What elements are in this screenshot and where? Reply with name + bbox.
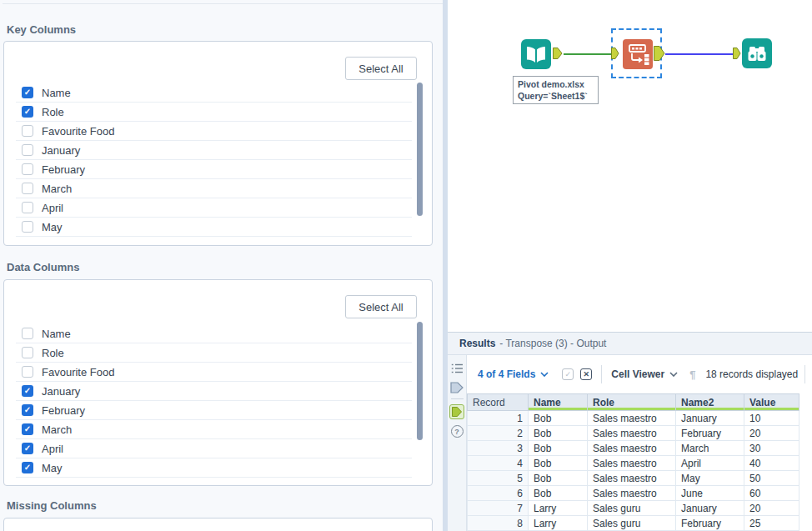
column-row[interactable]: Role: [16, 343, 412, 363]
data-cell: Bob: [529, 426, 588, 441]
binoculars-icon: [742, 38, 772, 68]
column-row[interactable]: ✓May: [16, 458, 412, 478]
checkbox-unchecked[interactable]: [22, 183, 33, 194]
checkbox-unchecked[interactable]: [22, 221, 33, 233]
checkbox-checked[interactable]: ✓: [22, 423, 33, 435]
column-label: January: [42, 385, 80, 398]
table-row[interactable]: 2BobSales maestroFebruary20: [468, 426, 799, 441]
data-cell: 10: [744, 411, 799, 426]
data-cell: Sales maestro: [588, 411, 676, 426]
cancel-x-icon[interactable]: ✕: [580, 368, 592, 380]
column-row[interactable]: ✓Name: [16, 83, 412, 103]
key-list-scrollbar[interactable]: [417, 83, 423, 216]
transpose-output-anchor[interactable]: [654, 46, 665, 61]
cell-viewer-dropdown[interactable]: Cell Viewer: [611, 368, 678, 380]
key-select-all-button[interactable]: Select All: [345, 57, 417, 80]
transpose-input-anchor[interactable]: [611, 48, 619, 59]
fields-dropdown[interactable]: 4 of 4 Fields: [478, 368, 549, 380]
checkbox-checked[interactable]: ✓: [22, 87, 33, 98]
checkbox-unchecked[interactable]: [22, 144, 33, 156]
table-row[interactable]: 6BobSales maestroJune60: [468, 486, 799, 501]
data-cell: Sales maestro: [588, 426, 676, 441]
data-cell: Sales maestro: [588, 471, 676, 486]
fields-dropdown-label: 4 of 4 Fields: [478, 368, 535, 380]
checkbox-checked[interactable]: ✓: [22, 385, 33, 397]
tool-annotation[interactable]: Pivot demo.xlsx Query=`Sheet1$`: [513, 76, 599, 104]
column-row[interactable]: Name: [16, 324, 412, 343]
browse-input-anchor[interactable]: [733, 48, 741, 59]
results-toolbar: 4 of 4 Fields ✓ ✕ Cell Viewer ¶ 18 recor…: [467, 355, 812, 393]
column-row[interactable]: ✓February: [16, 401, 412, 420]
results-header: Results - Transpose (3) - Output: [448, 333, 812, 355]
record-cell: 8: [468, 516, 529, 531]
column-row[interactable]: ✓Role: [16, 103, 412, 122]
key-columns-label: Key Columns: [7, 23, 76, 36]
column-header[interactable]: Record: [468, 394, 529, 411]
column-row[interactable]: March: [16, 179, 412, 198]
connection-input-to-transpose[interactable]: [564, 53, 611, 55]
table-row[interactable]: 7LarrySales guruJanuary20: [468, 501, 799, 516]
table-row[interactable]: 8LarrySales guruFebruary25: [468, 516, 799, 531]
checkbox-unchecked[interactable]: [22, 125, 33, 137]
column-header[interactable]: Role: [588, 394, 676, 411]
help-icon[interactable]: ?: [451, 425, 464, 438]
column-header[interactable]: Value: [744, 394, 799, 411]
data-cell: Sales maestro: [588, 486, 676, 501]
column-row[interactable]: April: [16, 198, 412, 218]
column-row[interactable]: ✓January: [16, 382, 412, 401]
column-header[interactable]: Name2: [676, 394, 744, 411]
data-cell: Bob: [529, 486, 588, 501]
data-cell: Bob: [529, 411, 588, 426]
data-cell: Bob: [529, 471, 588, 486]
column-label: March: [42, 423, 72, 436]
transpose-tool[interactable]: [623, 39, 653, 69]
column-row[interactable]: February: [16, 160, 412, 179]
column-row[interactable]: ✓April: [16, 439, 412, 458]
checkbox-checked[interactable]: ✓: [22, 462, 33, 473]
column-row[interactable]: ✓March: [16, 420, 412, 439]
metadata-list-icon[interactable]: [451, 363, 464, 373]
data-cell: Larry: [529, 516, 588, 531]
checkbox-checked[interactable]: ✓: [22, 106, 33, 118]
checkbox-checked[interactable]: ✓: [22, 443, 33, 454]
column-row[interactable]: Favourite Food: [16, 122, 412, 141]
checkbox-unchecked[interactable]: [22, 366, 33, 378]
column-label: Role: [42, 106, 64, 118]
chevron-down-icon: [540, 372, 549, 377]
column-label: Name: [42, 328, 71, 340]
column-label: May: [42, 221, 63, 233]
data-select-all-button[interactable]: Select All: [345, 295, 417, 318]
column-label: May: [42, 462, 63, 474]
output-anchor-selected[interactable]: [449, 404, 464, 419]
data-cell: 20: [744, 501, 799, 516]
table-row[interactable]: 4BobSales maestroApril40: [468, 456, 799, 471]
data-cell: May: [676, 471, 744, 486]
column-header[interactable]: Name: [529, 394, 588, 411]
record-cell: 4: [468, 456, 529, 471]
table-row[interactable]: 1BobSales maestroJanuary10: [468, 411, 799, 426]
data-cell: Bob: [529, 456, 588, 471]
connection-transpose-to-browse[interactable]: [665, 53, 734, 55]
table-row[interactable]: 3BobSales maestroMarch30: [468, 441, 799, 456]
browse-tool[interactable]: [742, 38, 772, 68]
data-list-scrollbar[interactable]: [417, 322, 423, 440]
column-row[interactable]: January: [16, 141, 412, 160]
checkbox-unchecked[interactable]: [22, 202, 33, 213]
checkbox-unchecked[interactable]: [22, 347, 33, 358]
input-data-tool[interactable]: [521, 39, 551, 69]
column-label: February: [42, 163, 85, 176]
column-row[interactable]: Favourite Food: [16, 363, 412, 382]
panel-top-divider: [3, 3, 443, 4]
input-anchor-icon[interactable]: [450, 382, 464, 393]
table-row[interactable]: 5BobSales maestroMay50: [468, 471, 799, 486]
column-row[interactable]: May: [16, 218, 412, 237]
record-cell: 6: [468, 486, 529, 501]
checkbox-unchecked[interactable]: [22, 163, 33, 175]
book-icon: [521, 39, 551, 69]
checkbox-unchecked[interactable]: [22, 328, 33, 339]
whitespace-toggle-icon[interactable]: ¶: [689, 368, 695, 381]
input-tool-output-anchor[interactable]: [553, 48, 563, 59]
workflow-canvas[interactable]: Pivot demo.xlsx Query=`Sheet1$`: [448, 0, 812, 332]
checkbox-checked[interactable]: ✓: [22, 404, 33, 416]
data-cell: Bob: [529, 441, 588, 456]
